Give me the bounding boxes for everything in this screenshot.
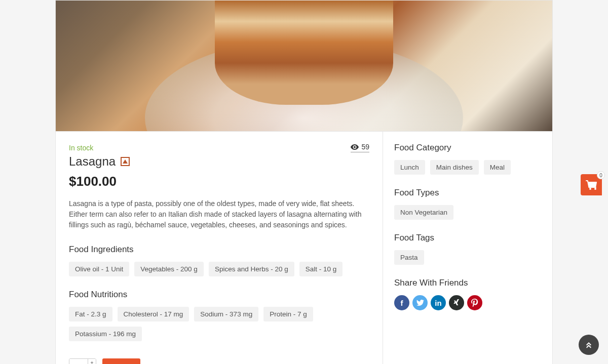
xing-icon bbox=[453, 299, 460, 306]
food-types-list: Non Vegetarian bbox=[394, 205, 541, 220]
share-buttons: f in bbox=[394, 295, 541, 310]
product-title-row: Lasagna bbox=[69, 154, 369, 169]
share-heading: Share With Friends bbox=[394, 278, 541, 288]
nutritions-list: Fat - 2.3 g Cholesterol - 17 mg Sodium -… bbox=[69, 307, 369, 341]
food-types-section: Food Types Non Vegetarian bbox=[394, 188, 541, 220]
twitter-icon bbox=[416, 300, 424, 306]
nutrition-tag: Fat - 2.3 g bbox=[69, 307, 112, 321]
food-tags-section: Food Tags Pasta bbox=[394, 233, 541, 265]
linkedin-icon: in bbox=[435, 299, 441, 307]
add-to-cart-button[interactable]: ADD + bbox=[102, 358, 140, 364]
quantity-stepper[interactable]: + − bbox=[69, 358, 96, 364]
type-tag[interactable]: Non Vegetarian bbox=[394, 205, 453, 220]
nutrition-tag: Sodium - 373 mg bbox=[194, 307, 258, 321]
food-category-section: Food Category Lunch Main dishes Meal bbox=[394, 143, 541, 175]
food-tag[interactable]: Pasta bbox=[394, 250, 424, 265]
food-types-heading: Food Types bbox=[394, 188, 541, 198]
category-tag[interactable]: Lunch bbox=[394, 160, 425, 175]
pinterest-icon bbox=[471, 299, 478, 307]
product-description: Lasagna is a type of pasta, possibly one… bbox=[69, 198, 369, 230]
content-row: In stock 59 Lasagna $100.00 Lasagna is a… bbox=[56, 131, 552, 364]
ingredient-tag: Vegetables - 200 g bbox=[134, 262, 204, 276]
quantity-up-button[interactable]: + bbox=[88, 359, 96, 364]
ingredients-heading: Food Ingredients bbox=[69, 245, 369, 255]
nutrition-tag: Cholesterol - 17 mg bbox=[118, 307, 189, 321]
ingredient-tag: Salt - 10 g bbox=[299, 262, 343, 276]
chevron-up-icon bbox=[585, 341, 592, 348]
cart-icon bbox=[586, 180, 597, 190]
main-column: In stock 59 Lasagna $100.00 Lasagna is a… bbox=[56, 132, 383, 364]
product-card: In stock 59 Lasagna $100.00 Lasagna is a… bbox=[55, 0, 553, 364]
scroll-to-top-button[interactable] bbox=[579, 335, 599, 355]
share-twitter-button[interactable] bbox=[412, 295, 428, 310]
ingredient-tag: Olive oil - 1 Unit bbox=[69, 262, 129, 276]
non-veg-badge-icon bbox=[121, 157, 130, 166]
product-price: $100.00 bbox=[69, 174, 369, 189]
food-tags-list: Pasta bbox=[394, 250, 541, 265]
food-category-list: Lunch Main dishes Meal bbox=[394, 160, 541, 175]
facebook-icon: f bbox=[401, 299, 403, 307]
view-count: 59 bbox=[351, 143, 369, 152]
food-tags-heading: Food Tags bbox=[394, 233, 541, 243]
nutritions-heading: Food Nutritions bbox=[69, 290, 369, 300]
eye-icon bbox=[351, 144, 359, 150]
product-hero-image bbox=[56, 1, 552, 131]
stock-row: In stock 59 bbox=[69, 143, 369, 152]
view-count-value: 59 bbox=[361, 143, 369, 151]
food-category-heading: Food Category bbox=[394, 143, 541, 153]
quantity-input[interactable] bbox=[69, 359, 88, 364]
ingredients-list: Olive oil - 1 Unit Vegetables - 200 g Sp… bbox=[69, 262, 369, 276]
ingredient-tag: Spices and Herbs - 20 g bbox=[209, 262, 294, 276]
cart-count-badge: 0 bbox=[597, 171, 605, 179]
floating-cart-button[interactable]: 0 bbox=[581, 174, 602, 195]
share-xing-button[interactable] bbox=[449, 295, 464, 310]
share-linkedin-button[interactable]: in bbox=[431, 295, 446, 310]
category-tag[interactable]: Meal bbox=[484, 160, 511, 175]
add-to-cart-row: + − ADD + bbox=[69, 358, 369, 364]
stock-label: In stock bbox=[69, 144, 93, 152]
sidebar: Food Category Lunch Main dishes Meal Foo… bbox=[383, 132, 552, 364]
share-section: Share With Friends f in bbox=[394, 278, 541, 310]
share-pinterest-button[interactable] bbox=[467, 295, 482, 310]
category-tag[interactable]: Main dishes bbox=[430, 160, 479, 175]
nutrition-tag: Protein - 7 g bbox=[263, 307, 313, 321]
product-title: Lasagna bbox=[69, 154, 116, 169]
nutrition-tag: Potassium - 196 mg bbox=[69, 327, 142, 341]
quantity-arrows: + − bbox=[88, 359, 96, 364]
share-facebook-button[interactable]: f bbox=[394, 295, 409, 310]
